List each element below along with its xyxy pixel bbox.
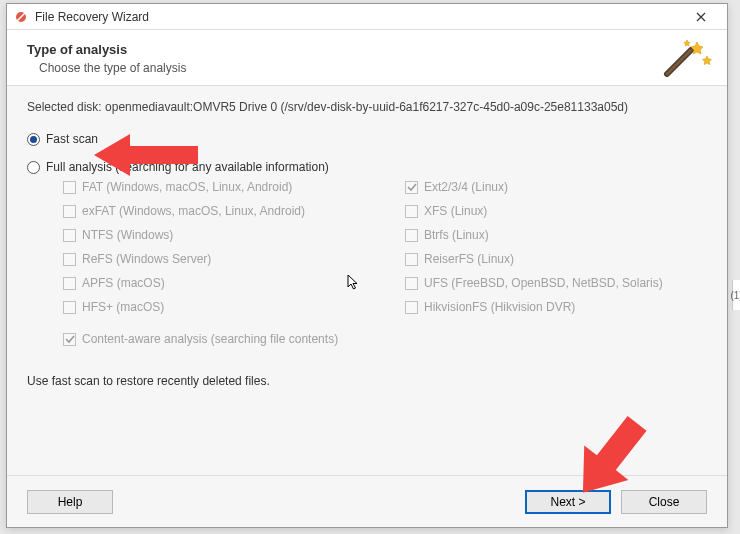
- checkbox-icon: [63, 229, 76, 242]
- checkbox-label: Ext2/3/4 (Linux): [424, 180, 508, 194]
- titlebar: File Recovery Wizard: [7, 4, 727, 30]
- checkbox-btrfs[interactable]: Btrfs (Linux): [405, 228, 707, 242]
- checkbox-content-aware[interactable]: Content-aware analysis (searching file c…: [63, 332, 707, 346]
- checkbox-icon: [63, 253, 76, 266]
- checkbox-hikvision[interactable]: HikvisionFS (Hikvision DVR): [405, 300, 707, 314]
- checkbox-xfs[interactable]: XFS (Linux): [405, 204, 707, 218]
- checkbox-icon: [63, 181, 76, 194]
- checkbox-label: Btrfs (Linux): [424, 228, 489, 242]
- checkbox-icon: [405, 229, 418, 242]
- checkbox-label: FAT (Windows, macOS, Linux, Android): [82, 180, 292, 194]
- radio-icon: [27, 161, 40, 174]
- checkbox-icon: [405, 253, 418, 266]
- checkbox-icon: [63, 277, 76, 290]
- wizard-content: Selected disk: openmediavault:OMVR5 Driv…: [7, 86, 727, 475]
- radio-fast-scan-label: Fast scan: [46, 132, 98, 146]
- checkbox-ntfs[interactable]: NTFS (Windows): [63, 228, 365, 242]
- checkbox-icon: [405, 181, 418, 194]
- checkbox-label: APFS (macOS): [82, 276, 165, 290]
- app-icon: [13, 9, 29, 25]
- checkbox-fat[interactable]: FAT (Windows, macOS, Linux, Android): [63, 180, 365, 194]
- window-title: File Recovery Wizard: [35, 10, 681, 24]
- checkbox-hfs[interactable]: HFS+ (macOS): [63, 300, 365, 314]
- checkbox-label: HFS+ (macOS): [82, 300, 164, 314]
- checkbox-icon: [63, 301, 76, 314]
- checkbox-apfs[interactable]: APFS (macOS): [63, 276, 365, 290]
- checkbox-icon: [63, 205, 76, 218]
- checkbox-icon: [405, 277, 418, 290]
- checkbox-icon: [405, 301, 418, 314]
- header-heading: Type of analysis: [27, 42, 707, 57]
- checkbox-label: ReiserFS (Linux): [424, 252, 514, 266]
- background-tab-hint: (1): [732, 280, 740, 310]
- checkbox-label: XFS (Linux): [424, 204, 487, 218]
- radio-fast-scan[interactable]: Fast scan: [27, 132, 707, 146]
- checkbox-ufs[interactable]: UFS (FreeBSD, OpenBSD, NetBSD, Solaris): [405, 276, 707, 290]
- checkbox-label: exFAT (Windows, macOS, Linux, Android): [82, 204, 305, 218]
- checkbox-label: UFS (FreeBSD, OpenBSD, NetBSD, Solaris): [424, 276, 663, 290]
- radio-icon: [27, 133, 40, 146]
- checkbox-reiserfs[interactable]: ReiserFS (Linux): [405, 252, 707, 266]
- checkbox-label: HikvisionFS (Hikvision DVR): [424, 300, 575, 314]
- checkbox-label: NTFS (Windows): [82, 228, 173, 242]
- radio-full-analysis-label: Full analysis (searching for any availab…: [46, 160, 329, 174]
- selected-disk-text: Selected disk: openmediavault:OMVR5 Driv…: [27, 100, 707, 114]
- close-button[interactable]: Close: [621, 490, 707, 514]
- next-button[interactable]: Next >: [525, 490, 611, 514]
- filesystem-grid: FAT (Windows, macOS, Linux, Android) Ext…: [63, 180, 707, 314]
- help-button[interactable]: Help: [27, 490, 113, 514]
- checkbox-label: Content-aware analysis (searching file c…: [82, 332, 338, 346]
- radio-full-analysis[interactable]: Full analysis (searching for any availab…: [27, 160, 707, 174]
- checkbox-icon: [405, 205, 418, 218]
- header-subheading: Choose the type of analysis: [39, 61, 707, 75]
- checkbox-refs[interactable]: ReFS (Windows Server): [63, 252, 365, 266]
- wizard-wand-icon: [657, 38, 713, 78]
- dialog-window: File Recovery Wizard Type of analysis Ch…: [6, 3, 728, 528]
- hint-text: Use fast scan to restore recently delete…: [27, 374, 707, 388]
- checkbox-exfat[interactable]: exFAT (Windows, macOS, Linux, Android): [63, 204, 365, 218]
- checkbox-ext[interactable]: Ext2/3/4 (Linux): [405, 180, 707, 194]
- checkbox-icon: [63, 333, 76, 346]
- wizard-header: Type of analysis Choose the type of anal…: [7, 30, 727, 86]
- checkbox-label: ReFS (Windows Server): [82, 252, 211, 266]
- wizard-footer: Help Next > Close: [7, 475, 727, 527]
- window-close-button[interactable]: [681, 5, 721, 29]
